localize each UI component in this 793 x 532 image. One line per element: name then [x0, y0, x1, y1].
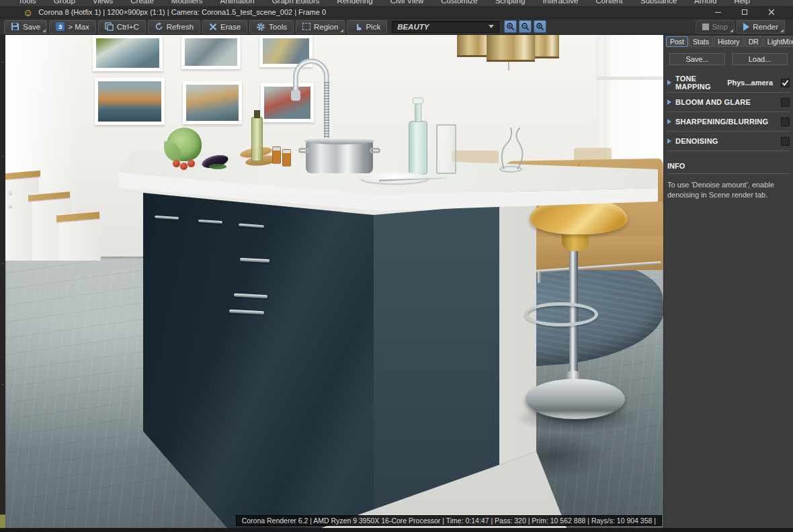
- edge-tick: [1, 384, 4, 385]
- bottle-swing-cap: [413, 97, 423, 104]
- denoising-checkbox[interactable]: [781, 137, 790, 146]
- erase-label: Erase: [220, 23, 241, 31]
- render-label: Render: [753, 23, 778, 31]
- expand-arrow-icon[interactable]: [667, 99, 671, 105]
- channel-dropdown[interactable]: BEAUTY: [392, 21, 499, 33]
- stop-icon: [702, 24, 709, 30]
- section-sharpening-blurring[interactable]: SHARPENING/BLURRING: [667, 112, 790, 132]
- copy-button[interactable]: Ctrl+C: [98, 20, 146, 34]
- menu-modifiers[interactable]: Modifiers: [163, 0, 212, 6]
- edge-tick: [1, 263, 4, 264]
- panel-buttons: Save... Load...: [664, 49, 793, 68]
- vfb-title: Corona 8 (Hotfix 1) | 1200×900px (1:1) |…: [38, 8, 326, 16]
- menu-help[interactable]: Help: [725, 0, 759, 6]
- section-denoising[interactable]: DENOISING: [667, 132, 790, 151]
- tools-button[interactable]: Tools: [249, 20, 294, 34]
- zoom-in-icon: [506, 22, 515, 31]
- post-sections: TONE MAPPING Phys...amera BLOOM AND GLAR…: [664, 73, 793, 151]
- section-label: TONE MAPPING: [675, 75, 723, 91]
- stop-button[interactable]: Stop: [696, 20, 735, 34]
- tab-dr[interactable]: DR: [745, 36, 763, 47]
- pot-rim: [304, 138, 374, 144]
- zoom-out-button[interactable]: [519, 20, 532, 33]
- expand-arrow-icon[interactable]: [667, 138, 671, 144]
- tab-lightmix[interactable]: LightMix: [763, 36, 793, 47]
- tools-label: Tools: [269, 23, 287, 31]
- pick-label: Pick: [366, 23, 380, 31]
- render-play-icon: [743, 23, 749, 31]
- section-tone-mapping[interactable]: TONE MAPPING Phys...amera: [667, 73, 790, 93]
- oil-bottle-cap: [254, 110, 260, 118]
- menu-row: Tools Group Views Create Modifiers Anima…: [0, 0, 793, 6]
- render-button[interactable]: Render: [737, 20, 785, 34]
- expand-arrow-icon[interactable]: [667, 80, 671, 85]
- menu-content[interactable]: Content: [587, 0, 631, 6]
- bottom-ui-strip: [0, 528, 793, 532]
- gear-icon: [256, 22, 265, 32]
- close-button[interactable]: [758, 7, 785, 18]
- menu-rendering[interactable]: Rendering: [329, 0, 382, 6]
- edge-tick: [1, 62, 4, 62]
- render-viewport[interactable]: Corona Renderer 6.2 | AMD Ryzen 9 3950X …: [5, 35, 663, 528]
- section-bloom-glare[interactable]: BLOOM AND GLARE: [667, 93, 790, 112]
- dropdown-corner: [730, 29, 733, 32]
- menu-customize[interactable]: Customize: [432, 0, 486, 6]
- zoom-reset-button[interactable]: [534, 20, 546, 33]
- bloom-glare-checkbox[interactable]: [781, 98, 790, 107]
- menu-scripting[interactable]: Scripting: [487, 0, 534, 6]
- maximize-button[interactable]: [731, 7, 758, 18]
- 3dsmax-icon: 3: [56, 22, 65, 31]
- send-to-max-button[interactable]: 3 > Max: [49, 20, 96, 34]
- post-save-button[interactable]: Save...: [669, 53, 725, 65]
- info-text: To use 'Denoise amount', enable denoisin…: [667, 180, 788, 200]
- menu-tools[interactable]: Tools: [9, 0, 45, 6]
- tone-mapping-camera-label: Phys...amera: [727, 79, 773, 87]
- expand-arrow-icon[interactable]: [667, 119, 671, 124]
- menu-civil-view[interactable]: Civil View: [382, 0, 433, 6]
- menu-create[interactable]: Create: [122, 0, 163, 6]
- menu-arnold[interactable]: Arnold: [685, 0, 725, 6]
- zoom-reset-icon: [536, 22, 544, 31]
- vfb-toolbar: Save 3 > Max Ctrl+C Refresh Erase Tools …: [0, 19, 793, 35]
- tone-mapping-checkbox[interactable]: [781, 79, 790, 87]
- info-header: INFO: [667, 162, 790, 174]
- render-status-text: Corona Renderer 6.2 | AMD Ryzen 9 3950X …: [242, 517, 656, 525]
- faucet-and-glassware: [5, 35, 663, 528]
- region-label: Region: [314, 23, 338, 31]
- menu-animation[interactable]: Animation: [211, 0, 263, 6]
- edge-tick: [1, 156, 4, 157]
- drinking-glass: [436, 124, 456, 174]
- dropdown-corner: [340, 29, 343, 32]
- sharpening-checkbox[interactable]: [781, 118, 790, 126]
- region-button[interactable]: Region: [296, 20, 345, 34]
- post-load-button[interactable]: Load...: [732, 53, 788, 65]
- checkmark-icon: [782, 79, 789, 87]
- max-menubar: Tools Group Views Create Modifiers Anima…: [0, 0, 793, 6]
- left-ui-edge: [0, 35, 5, 528]
- minimize-icon: [715, 12, 721, 13]
- close-icon: [768, 9, 775, 15]
- tomato: [187, 160, 195, 167]
- bottle-neck: [415, 103, 421, 122]
- zoom-in-button[interactable]: [504, 20, 517, 33]
- menu-group[interactable]: Group: [45, 0, 84, 6]
- refresh-button[interactable]: Refresh: [148, 20, 200, 34]
- menu-substance[interactable]: Substance: [632, 0, 685, 6]
- zoom-out-icon: [521, 22, 530, 31]
- tab-post[interactable]: Post: [666, 36, 688, 47]
- minimize-button[interactable]: [704, 7, 731, 18]
- menu-views[interactable]: Views: [84, 0, 122, 6]
- render-statusbar: Corona Renderer 6.2 | AMD Ryzen 9 3950X …: [236, 515, 662, 526]
- tomato: [173, 160, 180, 167]
- glass-bottle: [409, 121, 427, 175]
- white-plate: [360, 172, 429, 183]
- pick-button[interactable]: Pick: [347, 20, 387, 34]
- menu-interactive[interactable]: Interactive: [534, 0, 587, 6]
- tab-history[interactable]: History: [714, 36, 744, 47]
- erase-button[interactable]: Erase: [202, 20, 247, 34]
- spice-jar: [272, 146, 281, 164]
- menu-graph-editors[interactable]: Graph Editors: [263, 0, 329, 6]
- dropdown-corner: [42, 29, 46, 32]
- save-button[interactable]: Save: [4, 20, 47, 34]
- tab-stats[interactable]: Stats: [689, 36, 713, 47]
